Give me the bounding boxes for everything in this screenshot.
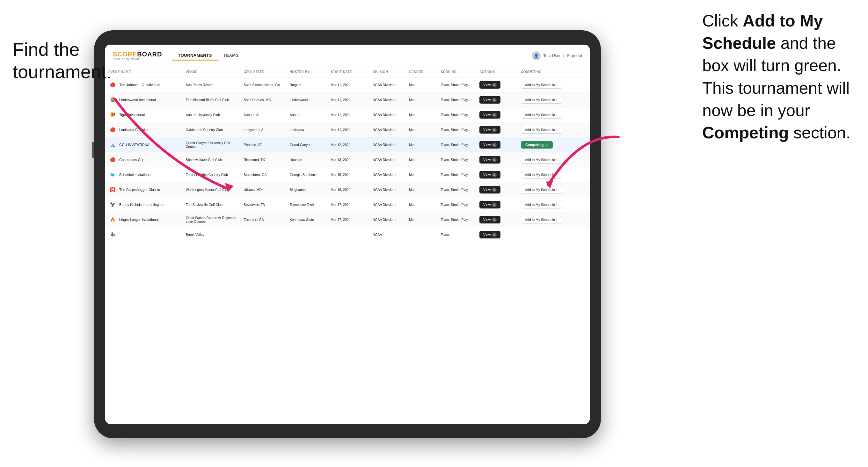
main-nav: TOURNAMENTS TEAMS xyxy=(172,51,244,61)
city-cell: Statesboro, GA xyxy=(241,167,286,182)
view-button[interactable]: View ⊙ xyxy=(479,231,500,239)
table-row: 🐯Tiger InvitationalAuburn University Clu… xyxy=(105,107,590,122)
table-row: 🔥Linger Longer InvitationalGreat Waters … xyxy=(105,212,590,227)
logo-sub: Powered by clippd xyxy=(113,57,139,61)
event-name: Tiger Invitational xyxy=(119,113,145,117)
logo-text: SCOREBOARD xyxy=(113,51,162,57)
event-cell: 🔴The Johnnie - O Individual xyxy=(108,81,180,89)
scoring-cell: Team, Stroke Play xyxy=(438,122,476,137)
gender-cell xyxy=(406,227,438,242)
scoring-cell: Team, Stroke Play xyxy=(438,182,476,197)
hosted-cell: Rutgers xyxy=(286,77,328,92)
view-button[interactable]: View ⊙ xyxy=(479,186,500,193)
col-header-gender: GENDER xyxy=(406,67,438,77)
view-button[interactable]: View ⊙ xyxy=(479,111,500,119)
view-button[interactable]: View ⊙ xyxy=(479,216,500,223)
division-cell: NCAA Division I xyxy=(369,107,406,122)
event-name: Louisiana Classics xyxy=(119,128,148,132)
gender-cell: Men xyxy=(406,107,438,122)
separator: | xyxy=(563,53,564,58)
header-left: SCOREBOARD Powered by clippd TOURNAMENTS… xyxy=(113,51,245,61)
team-logo: 🐯 xyxy=(108,111,117,119)
division-cell: NCAA Division I xyxy=(369,152,406,167)
add-to-schedule-button[interactable]: Add to My Schedule + xyxy=(521,186,562,193)
venue-cell: Shadow Hawk Golf Club xyxy=(183,152,241,167)
scoring-cell: Team, Stroke Play xyxy=(438,92,476,107)
add-to-schedule-button[interactable]: Add to My Schedule + xyxy=(521,81,562,89)
team-logo: 🔴 xyxy=(108,126,117,134)
gender-cell: Men xyxy=(406,182,438,197)
table-row: 🔴The Johnnie - O IndividualSea Palms Res… xyxy=(105,77,590,92)
nav-tab-tournaments[interactable]: TOURNAMENTS xyxy=(172,51,217,61)
date-cell: Mar 13, 2024 xyxy=(328,152,370,167)
view-button[interactable]: View ⊙ xyxy=(479,141,500,149)
event-name: The Johnnie - O Individual xyxy=(119,83,160,87)
col-header-scoring: SCORING xyxy=(438,67,476,77)
annotation-left-line1: Find the xyxy=(13,38,112,61)
view-button[interactable]: View ⊙ xyxy=(479,156,500,163)
hosted-cell: Binghamton xyxy=(286,182,328,197)
add-to-schedule-button[interactable]: Add to My Schedule + xyxy=(521,156,562,163)
event-name: Schenkel Invitational xyxy=(119,173,151,177)
add-to-schedule-button[interactable]: Add to My Schedule + xyxy=(521,111,562,119)
date-cell: Mar 12, 2024 xyxy=(328,137,370,152)
team-logo: 🔴 xyxy=(108,156,117,164)
hosted-cell: Kennesaw State xyxy=(286,212,328,227)
division-cell: NCAA Division I xyxy=(369,212,406,227)
col-header-event: EVENT NAME xyxy=(105,67,183,77)
scoring-cell: Team, Stroke Play xyxy=(438,152,476,167)
tournaments-table: EVENT NAME VENUE CITY, STATE HOSTED BY S… xyxy=(105,67,590,242)
event-cell: ⛰️GCU INVITATIONAL xyxy=(108,141,180,149)
venue-cell: The Missouri Bluffs Golf Club xyxy=(183,92,241,107)
nav-tab-teams[interactable]: TEAMS xyxy=(218,51,245,61)
col-header-actions: ACTIONS xyxy=(476,67,518,77)
add-to-schedule-button[interactable]: Add to My Schedule + xyxy=(521,201,562,209)
gender-cell: Men xyxy=(406,167,438,182)
city-cell: Saint Charles, MO xyxy=(241,92,286,107)
gender-cell: Men xyxy=(406,212,438,227)
actions-cell: View ⊙ xyxy=(476,197,518,212)
hosted-cell: Louisiana xyxy=(286,122,328,137)
competing-cell: Add to My Schedule + xyxy=(518,182,590,197)
city-cell: Auburn, AL xyxy=(241,107,286,122)
add-to-schedule-button[interactable]: Add to My Schedule + xyxy=(521,96,562,103)
gender-cell: Men xyxy=(406,77,438,92)
hosted-cell: Auburn xyxy=(286,107,328,122)
user-name: Test User xyxy=(543,53,561,58)
city-cell: Richmond, TX xyxy=(241,152,286,167)
logo-main: BOARD xyxy=(137,51,162,58)
add-to-schedule-button[interactable]: Add to My Schedule + xyxy=(521,216,562,223)
city-cell: Lafayette, LA xyxy=(241,122,286,137)
team-logo: 🦁 xyxy=(108,96,117,104)
actions-cell: View ⊙ xyxy=(476,182,518,197)
header-right: 👤 Test User | Sign out xyxy=(532,51,582,60)
view-button[interactable]: View ⊙ xyxy=(479,126,500,133)
hosted-cell: Grand Canyon xyxy=(286,137,328,152)
event-cell: 🦆 xyxy=(108,230,180,239)
date-cell: Mar 11, 2024 xyxy=(328,92,370,107)
hosted-cell xyxy=(286,227,328,242)
view-button[interactable]: View ⊙ xyxy=(479,81,500,89)
competing-button[interactable]: Competing ✓ xyxy=(521,141,553,149)
add-to-schedule-button[interactable]: Add to My Schedule + xyxy=(521,171,562,179)
actions-cell: View ⊙ xyxy=(476,77,518,92)
event-cell: 🐯Tiger Invitational xyxy=(108,111,180,119)
date-cell: Mar 17, 2024 xyxy=(328,212,370,227)
scoring-cell: Team, Stroke Play xyxy=(438,137,476,152)
event-cell: 🔴Champions Cup xyxy=(108,156,180,164)
add-to-schedule-button[interactable]: Add to My Schedule + xyxy=(521,126,562,133)
view-button[interactable]: View ⊙ xyxy=(479,171,500,179)
view-button[interactable]: View ⊙ xyxy=(479,201,500,209)
actions-cell: View ⊙ xyxy=(476,152,518,167)
table-row: 🦅Bobby Nichols IntercollegiateThe Sevier… xyxy=(105,197,590,212)
event-cell: 🔴Louisiana Classics xyxy=(108,126,180,134)
col-header-date: START DATE xyxy=(328,67,370,77)
table-row: 🦁Lindenwood InvitationalThe Missouri Blu… xyxy=(105,92,590,107)
venue-cell: Worthington Manor Golf Club xyxy=(183,182,241,197)
sign-out-link[interactable]: Sign out xyxy=(567,53,582,58)
col-header-hosted: HOSTED BY xyxy=(286,67,328,77)
date-cell: Mar 11, 2024 xyxy=(328,107,370,122)
city-cell xyxy=(241,227,286,242)
scoring-cell: Team, xyxy=(438,227,476,242)
view-button[interactable]: View ⊙ xyxy=(479,96,500,103)
